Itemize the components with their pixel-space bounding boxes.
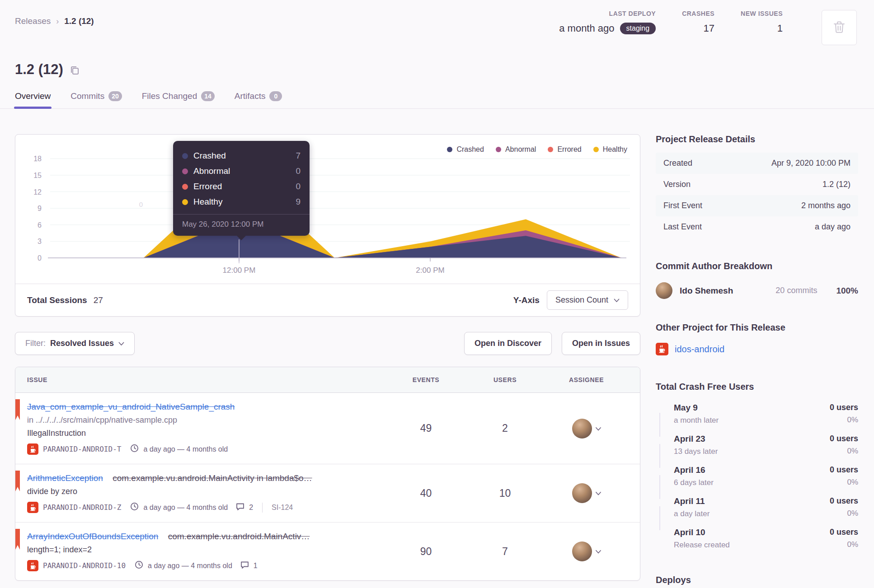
- other-project-link[interactable]: idos-android: [675, 344, 724, 355]
- tooltip-row-crashed: Crashed 7: [182, 148, 301, 163]
- project-slug[interactable]: PARANOID-ANDROID-Z: [43, 503, 121, 512]
- comments-icon: [240, 561, 249, 571]
- issue-events-count: 40: [386, 487, 465, 499]
- chart-body: 0369121518012:00 PM2:00 PM Crashed Abnor…: [15, 135, 640, 284]
- column-users: USERS: [465, 376, 545, 383]
- legend-healthy[interactable]: Healthy: [593, 145, 627, 154]
- assignee-dropdown[interactable]: [545, 541, 628, 561]
- legend-errored[interactable]: Errored: [548, 145, 581, 154]
- chart-legend: Crashed Abnormal Errored Healthy: [447, 145, 627, 154]
- bookmark-icon: [15, 471, 20, 491]
- legend-crashed[interactable]: Crashed: [447, 145, 484, 154]
- tooltip-row-abnormal: Abnormal 0: [182, 163, 301, 179]
- detail-row-last-event: Last Event a day ago: [656, 216, 858, 238]
- tabs-bar: Overview Commits 20 Files Changed 14 Art…: [0, 91, 874, 109]
- bookmark-icon: [15, 399, 20, 420]
- section-heading: Other Project for This Release: [656, 322, 858, 333]
- issue-culprit-inline: com.example.vu.android.MainActiv…: [168, 532, 310, 541]
- stat-new-issues-label: NEW ISSUES: [741, 10, 783, 17]
- errored-dot-icon: [548, 147, 553, 152]
- svg-text:9: 9: [38, 205, 42, 212]
- commit-author-breakdown-section: Commit Author Breakdown Ido Shemesh 20 c…: [656, 261, 858, 299]
- issue-title-link[interactable]: ArrayIndexOutOfBoundsException: [27, 532, 158, 541]
- breadcrumb-releases-link[interactable]: Releases: [15, 16, 51, 26]
- project-release-details-section: Project Release Details Created Apr 9, 2…: [656, 134, 858, 238]
- issue-row: ArrayIndexOutOfBoundsException com.examp…: [15, 523, 640, 580]
- assignee-dropdown[interactable]: [545, 483, 628, 503]
- column-assignee: ASSIGNEE: [545, 376, 628, 383]
- tab-overview[interactable]: Overview: [15, 91, 51, 108]
- issue-users-count: 10: [465, 487, 545, 499]
- issue-culprit-inline: com.example.vu.android.MainActivity in l…: [113, 473, 312, 483]
- timeline-entry: April 10 Release created 0 users 0%: [656, 527, 858, 559]
- divider: [262, 503, 263, 513]
- total-sessions-value: 27: [94, 295, 103, 305]
- stat-last-deploy-label: LAST DEPLOY: [559, 10, 656, 17]
- yaxis-select[interactable]: Session Count: [547, 290, 628, 310]
- breadcrumb-chevron-icon: ›: [56, 17, 59, 26]
- header-stats: LAST DEPLOY a month ago staging CRASHES …: [559, 10, 857, 45]
- svg-text:6: 6: [38, 221, 42, 229]
- stat-crashes-value: 17: [682, 23, 714, 34]
- java-project-icon: [656, 343, 668, 355]
- issues-toolbar: Filter: Resolved Issues Open in Discover…: [15, 332, 640, 355]
- crashed-dot-icon: [182, 153, 188, 159]
- linked-ticket[interactable]: SI-124: [272, 504, 293, 512]
- column-issue: ISSUE: [27, 376, 386, 383]
- issue-users-count: 2: [465, 422, 545, 434]
- tab-files-changed[interactable]: Files Changed 14: [142, 91, 215, 108]
- java-project-icon: [27, 560, 38, 571]
- abnormal-dot-icon: [182, 168, 188, 174]
- timeline-entry: April 16 6 days later 0 users 0%: [656, 465, 858, 496]
- tab-artifacts[interactable]: Artifacts 0: [235, 91, 282, 108]
- open-in-issues-button[interactable]: Open in Issues: [562, 332, 640, 355]
- stat-last-deploy-value: a month ago: [559, 23, 614, 34]
- comments-icon: [236, 503, 244, 513]
- chevron-down-icon: [596, 425, 601, 433]
- issue-title-link[interactable]: ArithmeticException: [27, 473, 103, 483]
- page-title: 1.2 (12): [0, 61, 874, 79]
- issues-filter-dropdown[interactable]: Filter: Resolved Issues: [15, 332, 135, 355]
- section-heading: Project Release Details: [656, 134, 858, 145]
- deploys-section: Deploys: [656, 575, 858, 585]
- other-project-section: Other Project for This Release idos-andr…: [656, 322, 858, 355]
- comments-count: 2: [249, 504, 253, 512]
- sessions-area-chart[interactable]: 0369121518012:00 PM2:00 PM: [15, 138, 639, 279]
- svg-text:2:00 PM: 2:00 PM: [416, 266, 444, 275]
- assignee-dropdown[interactable]: [545, 419, 628, 439]
- open-in-discover-button[interactable]: Open in Discover: [464, 332, 552, 355]
- issue-title-link[interactable]: Java_com_example_vu_android_NativeSample…: [27, 402, 235, 411]
- legend-abnormal[interactable]: Abnormal: [496, 145, 536, 154]
- java-project-icon: [27, 443, 38, 455]
- project-slug[interactable]: PARANOID-ANDROID-10: [43, 561, 126, 570]
- timeline-entry: May 9 a month later 0 users 0%: [656, 403, 858, 434]
- stat-last-deploy: LAST DEPLOY a month ago staging: [559, 10, 656, 34]
- issue-age: a day ago — 4 months old: [143, 504, 228, 512]
- yaxis-label: Y-Axis: [513, 295, 540, 305]
- assignee-avatar: [572, 419, 592, 439]
- issue-events-count: 90: [386, 546, 465, 558]
- project-slug[interactable]: PARANOID-ANDROID-T: [43, 445, 121, 453]
- column-events: EVENTS: [386, 376, 465, 383]
- tab-commits[interactable]: Commits 20: [70, 91, 122, 108]
- crashed-dot-icon: [447, 147, 452, 152]
- chevron-down-icon: [596, 547, 601, 555]
- trash-icon: [833, 21, 845, 35]
- issue-message: length=1; index=2: [27, 545, 386, 555]
- tab-files-changed-badge: 14: [201, 91, 215, 101]
- issue-age: a day ago — 4 months old: [148, 562, 232, 570]
- resolved-issues-table: ISSUE EVENTS USERS ASSIGNEE Java_com_exa…: [15, 367, 640, 581]
- chevron-down-icon: [614, 295, 620, 305]
- author-avatar: [656, 282, 672, 299]
- author-percent: 100%: [836, 286, 858, 296]
- copy-icon[interactable]: [70, 62, 80, 79]
- tab-artifacts-badge: 0: [269, 91, 282, 101]
- chart-footer: Total Sessions 27 Y-Axis Session Count: [15, 284, 640, 316]
- detail-row-created: Created Apr 9, 2020 10:00 PM: [656, 153, 858, 174]
- issue-row: Java_com_example_vu_android_NativeSample…: [15, 393, 640, 464]
- abnormal-dot-icon: [496, 147, 501, 152]
- timeline-entry: April 23 13 days later 0 users 0%: [656, 434, 858, 465]
- delete-release-button[interactable]: [822, 10, 857, 45]
- breadcrumb-current: 1.2 (12): [64, 16, 94, 26]
- svg-text:12: 12: [33, 188, 42, 196]
